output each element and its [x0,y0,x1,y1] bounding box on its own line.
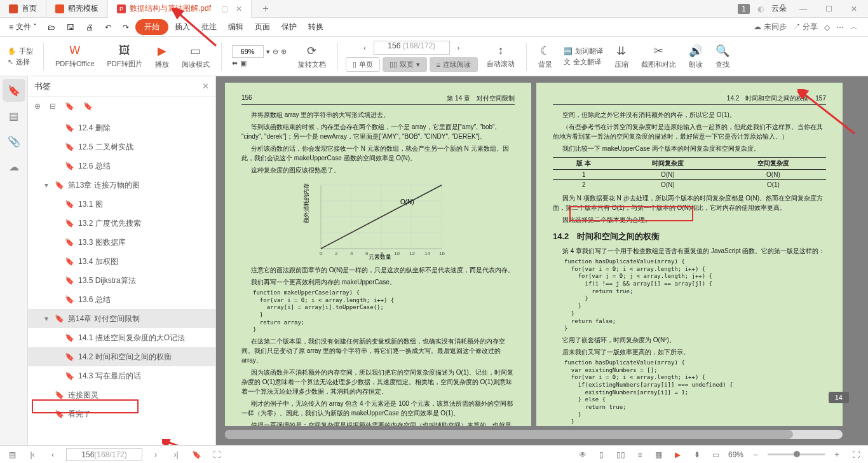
save-icon[interactable]: 🖫 [62,20,79,34]
zoom-input[interactable] [232,45,264,58]
bookmark-item[interactable]: ▾🔖第13章 连接万物的图 [28,176,215,195]
bookmark-item[interactable]: ▾🔖第14章 对付空间限制 [28,309,215,328]
double-page-button[interactable]: ▯▯双页▾ [383,57,427,72]
bm-delete-icon[interactable]: ⊟ [50,102,56,111]
select-tool[interactable]: ↖选择 [8,57,33,67]
compress[interactable]: ⇊压缩 [611,43,632,71]
bm-bookmark1-icon[interactable]: 🔖 [65,102,74,111]
bookmark-item[interactable]: 🔖13.4 加权图 [28,252,215,271]
minimize-button[interactable]: — [794,4,812,13]
sb-first-page-icon[interactable]: |‹ [25,448,39,462]
screenshot-compare[interactable]: ✂截图和对比 [637,43,680,71]
next-page-icon[interactable]: › [452,44,465,52]
bookmark-item[interactable]: 🔖14.2 时间和空间之间的权衡 [28,347,215,366]
single-page-button[interactable]: ▯单页 [346,57,380,72]
undo-icon[interactable]: ↶ [100,20,116,34]
pdf-to-image[interactable]: 🖼PDF转图片 [104,43,146,70]
bookmark-item[interactable]: 🔖14.3 写在最后的话 [28,366,215,385]
attachments-tab-icon[interactable]: 📎 [3,130,25,153]
find[interactable]: 🔍查找 [712,43,733,71]
new-tab-button[interactable]: ＋ [252,2,280,15]
cloud-tab-icon[interactable]: ☁ [3,155,25,178]
bookmark-item[interactable]: 🔖13.1 图 [28,195,215,214]
favorite-icon[interactable]: ◇ [824,23,830,32]
tab-current-file[interactable]: P数据结构与算法图解.pdf▢✕ [108,0,252,18]
open-icon[interactable]: 🗁 [43,20,60,34]
sb-page-input[interactable]: 156 (168/172) [66,448,142,461]
sb-view2-icon[interactable]: ▯▯ [614,448,628,462]
cloud-icon[interactable]: ◐ [757,4,764,13]
bookmark-item[interactable]: 🔖13.5 Dijkstra算法 [28,271,215,290]
sb-prev-page-icon[interactable]: ‹ [46,448,60,462]
tab-home[interactable]: 首页 [0,0,46,18]
sb-zoom-in-icon[interactable]: ＋ [830,448,844,462]
sb-view4-icon[interactable]: ▦ [652,448,666,462]
bookmark-item[interactable]: 🔖14.1 描述空间复杂度的大O记法 [28,328,215,347]
close-panel-icon[interactable]: ✕ [202,81,209,91]
rotate-doc[interactable]: ⟳旋转文档 [294,43,330,71]
read-mode[interactable]: ▭阅读模式 [178,43,214,71]
menu-protect[interactable]: 保护 [276,19,302,35]
collapse-ribbon-icon[interactable]: ︿ [850,22,858,32]
thumbnails-tab-icon[interactable]: ▤ [3,104,25,127]
document-viewport[interactable]: 156第 14 章 对付空间限制 并将原数组 array 里的字符串的大写形式填… [216,76,868,445]
menu-page[interactable]: 页面 [250,19,275,35]
bookmark-item[interactable]: 🔖13.2 广度优先搜索 [28,214,215,233]
sb-view1-icon[interactable]: ▯ [595,448,609,462]
sb-eye-icon[interactable]: 👁 [576,448,590,462]
menu-annotate[interactable]: 批注 [196,19,222,35]
sb-fullscreen-icon[interactable]: ⛶ [849,448,863,462]
bookmark-item[interactable]: 🔖12.6 总结 [28,156,215,176]
user-name[interactable]: 云朵 [771,3,787,14]
page-number-input[interactable]: 156 (168/172) [374,41,450,55]
highlight-translate[interactable]: 🔤划词翻译 [564,46,603,56]
pdf-to-office[interactable]: WPDF转Office [51,43,98,70]
close-window-button[interactable]: ✕ [845,4,863,13]
print-icon[interactable]: 🖨 [81,20,98,34]
hand-tool[interactable]: ✋手型 [8,46,33,56]
bm-add-icon[interactable]: ⊕ [34,102,41,111]
bookmark-item[interactable]: 🔖看完了 [28,404,215,424]
bookmark-item[interactable]: 🔖13.6 总结 [28,290,215,309]
present-icon[interactable]: ▢ [221,4,228,13]
horizontal-scrollbar[interactable] [225,430,843,439]
sb-play-icon[interactable]: ▶ [671,448,685,462]
read-aloud[interactable]: 🔊朗读 [685,43,707,71]
maximize-button[interactable]: ☐ [820,4,837,13]
tab-daoke[interactable]: 稻壳模板 [46,0,108,18]
prev-page-icon[interactable]: ‹ [358,44,371,52]
bm-bookmark2-icon[interactable]: 🔖 [83,102,93,111]
bookmark-item[interactable]: 🔖12.5 二叉树实战 [28,137,215,156]
more-menu-icon[interactable]: ⋯ [836,23,844,32]
full-translate[interactable]: 文全文翻译 [564,57,603,67]
sb-zoom-out-icon[interactable]: − [749,448,763,462]
share-button[interactable]: ↗ 分享 [793,22,818,32]
menu-start[interactable]: 开始 [135,19,168,35]
sb-expand-icon[interactable]: ⛶ [210,448,224,462]
scrollbar-thumb[interactable] [225,430,793,439]
fit-width-icon[interactable]: ⬌ [232,59,238,67]
bookmark-item[interactable]: 🔖13.3 图数据库 [28,233,215,252]
zoom-dropdown-icon[interactable]: ▾ [266,48,270,56]
zoom-in-icon[interactable]: ⊕ [281,48,287,56]
sb-last-page-icon[interactable]: ›| [169,448,183,462]
redo-icon[interactable]: ↷ [118,20,134,34]
sb-view3-icon[interactable]: ≡ [633,448,647,462]
sb-add-bookmark-icon[interactable]: 🔖 [189,448,203,462]
sync-status[interactable]: ☁ 未同步 [754,22,786,32]
continuous-button[interactable]: ≡连续阅读 [430,57,478,72]
sb-fit-icon[interactable]: ⬍ [690,448,704,462]
autoscroll[interactable]: ↕自动滚动 [483,43,519,70]
zoom-slider[interactable] [768,453,825,455]
fit-page-icon[interactable]: ▣ [240,59,247,67]
sb-next-page-icon[interactable]: › [149,448,163,462]
zoom-slider-thumb[interactable] [794,451,800,457]
file-menu[interactable]: ≡文件ˇ [4,22,41,32]
bookmark-item[interactable]: 🔖12.4 删除 [28,118,215,137]
menu-insert[interactable]: 插入 [170,19,195,35]
bookmark-tab-icon[interactable]: 🔖 [3,79,25,102]
zoom-out-icon[interactable]: ⊖ [273,48,278,56]
sb-thumbnails-icon[interactable]: ▤ [5,448,19,462]
close-tab-icon[interactable]: ✕ [236,4,242,13]
sb-book-icon[interactable]: ▭ [709,448,723,462]
